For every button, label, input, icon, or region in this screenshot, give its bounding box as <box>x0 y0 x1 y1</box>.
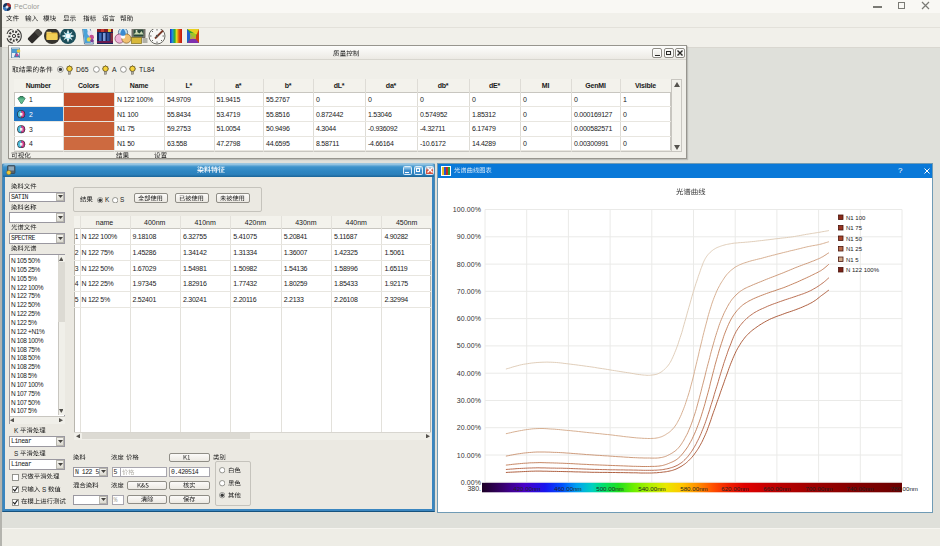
svg-text:780.00nm: 780.00nm <box>890 485 918 492</box>
svg-text:420.00nm: 420.00nm <box>513 485 541 492</box>
svg-text:N1 100: N1 100 <box>846 215 866 221</box>
svg-text:40.00%: 40.00% <box>457 370 481 377</box>
svg-text:380.: 380. <box>467 485 481 492</box>
svg-text:20.00%: 20.00% <box>457 424 481 431</box>
svg-text:90.00%: 90.00% <box>457 233 481 240</box>
svg-text:580.00nm: 580.00nm <box>680 485 708 492</box>
svg-text:N1 25: N1 25 <box>846 246 863 252</box>
svg-text:50.00%: 50.00% <box>457 342 481 349</box>
svg-text:N1 75: N1 75 <box>846 225 863 231</box>
svg-text:620.00nm: 620.00nm <box>721 485 749 492</box>
svg-text:660.00nm: 660.00nm <box>763 485 791 492</box>
svg-text:80.00%: 80.00% <box>457 261 481 268</box>
svg-text:N 122 100%: N 122 100% <box>846 267 880 273</box>
svg-text:500.00nm: 500.00nm <box>596 485 624 492</box>
svg-text:10.00%: 10.00% <box>457 452 481 459</box>
svg-text:N1 5: N1 5 <box>846 257 859 263</box>
svg-text:30.00%: 30.00% <box>457 397 481 404</box>
svg-text:740.00nm: 740.00nm <box>846 485 874 492</box>
svg-text:100.00%: 100.00% <box>453 206 481 213</box>
svg-text:N1 50: N1 50 <box>846 236 863 242</box>
svg-text:460.00nm: 460.00nm <box>554 485 582 492</box>
svg-text:60.00%: 60.00% <box>457 315 481 322</box>
svg-text:70.00%: 70.00% <box>457 288 481 295</box>
svg-text:700.00nm: 700.00nm <box>805 485 833 492</box>
svg-text:540.00nm: 540.00nm <box>638 485 666 492</box>
